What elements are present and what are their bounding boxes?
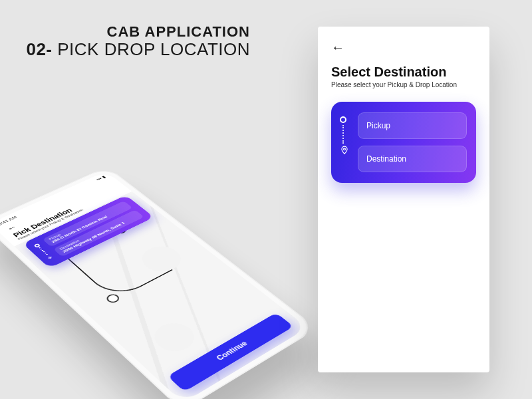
svg-point-0	[344, 148, 346, 150]
phone-frame: 9:41 AM ••• ▮ ← Pick Destination Please …	[0, 166, 318, 399]
map-pin-origin-icon	[104, 293, 122, 305]
destination-pin-icon	[340, 146, 349, 155]
dotted-line-icon	[39, 247, 48, 255]
title-line-2: 02- PICK DROP LOCATION	[24, 40, 250, 59]
title-rest: PICK DROP LOCATION	[53, 39, 250, 59]
destination-input[interactable]: Destination	[358, 146, 467, 172]
screen-select-destination: ← Select Destination Please select your …	[318, 27, 489, 372]
origin-dot-icon	[340, 116, 346, 123]
page-subtitle: Please select your Pickup & Drop Locatio…	[331, 81, 476, 88]
destination-pin-icon: ⌖	[46, 254, 56, 261]
pickup-input[interactable]: Pickup	[358, 112, 467, 139]
page-title: Select Destination	[331, 65, 476, 80]
phone-screen: 9:41 AM ••• ▮ ← Pick Destination Please …	[0, 172, 308, 399]
dotted-line-icon	[342, 125, 349, 144]
back-button[interactable]: ←	[331, 40, 476, 55]
title-line-1: CAB APPLICATION	[24, 24, 250, 40]
title-number: 02-	[26, 39, 52, 59]
phone-mockup: 9:41 AM ••• ▮ ← Pick Destination Please …	[7, 106, 273, 392]
presentation-title: CAB APPLICATION 02- PICK DROP LOCATION	[24, 24, 250, 59]
route-rail	[340, 116, 349, 168]
location-card: Pickup Destination	[331, 102, 476, 183]
